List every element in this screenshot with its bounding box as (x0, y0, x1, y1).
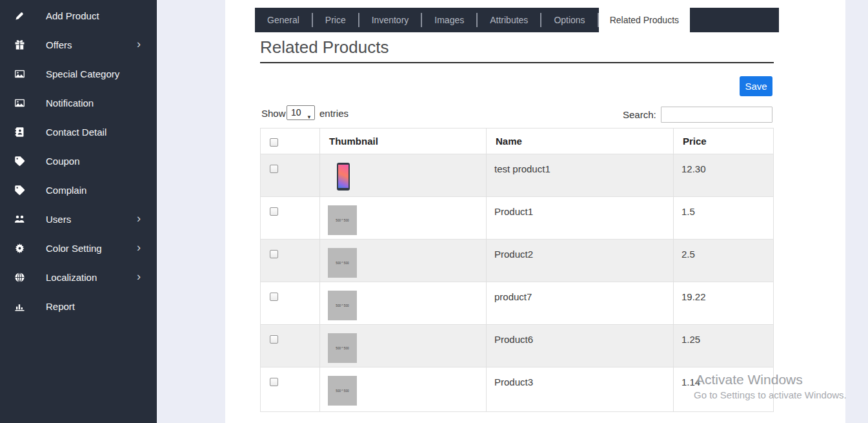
product-name: Product6 (487, 325, 674, 367)
table-row: 500 ^ 500Product61.25 (261, 325, 774, 367)
product-price: 12.30 (674, 154, 774, 197)
sidebar-item-add-product[interactable]: Add Product (0, 1, 157, 30)
chevron-down-icon: ▼ (307, 110, 312, 124)
product-image-placeholder: 500 ^ 500 (328, 205, 357, 235)
table-header-row: Thumbnail Name Price (261, 129, 774, 154)
product-image-phone (337, 163, 350, 191)
image-icon (14, 68, 25, 79)
tab-bar: GeneralPriceInventoryImagesAttributesOpt… (255, 8, 779, 32)
product-price: 1.25 (674, 325, 774, 367)
entries-select[interactable]: 10 ▼ (287, 105, 315, 120)
placeholder-text: 500 ^ 500 (336, 304, 348, 307)
search-label: Search: (623, 109, 656, 120)
product-name: Product1 (487, 197, 674, 240)
sidebar-item-label: Complain (46, 185, 86, 196)
sidebar-item-special-category[interactable]: Special Category (0, 59, 157, 88)
sidebar-item-users[interactable]: Users› (0, 205, 157, 234)
placeholder-text: 500 ^ 500 (336, 261, 348, 264)
tab-images[interactable]: Images (422, 8, 476, 32)
sidebar-item-label: Localization (46, 272, 97, 283)
sidebar-item-label: Add Product (46, 10, 99, 21)
tab-attributes[interactable]: Attributes (478, 8, 540, 32)
gear-icon (14, 243, 25, 254)
tab-options[interactable]: Options (541, 8, 597, 32)
table-row: 500 ^ 500Product11.5 (261, 197, 774, 240)
column-header-price: Price (674, 129, 774, 154)
product-price: 1.5 (674, 197, 774, 240)
row-checkbox[interactable] (270, 335, 278, 344)
table-row: test product112.30 (261, 154, 774, 197)
sidebar-item-offers[interactable]: Offers› (0, 30, 157, 59)
users-icon (14, 214, 25, 225)
sidebar-item-label: Coupon (46, 156, 80, 167)
row-checkbox[interactable] (270, 293, 278, 301)
sidebar-item-report[interactable]: Report (0, 292, 157, 321)
sidebar-item-label: Users (46, 214, 71, 225)
sidebar-menu: Add ProductOffers›Special CategoryNotifi… (0, 0, 157, 321)
tag-icon (14, 185, 25, 196)
product-image-placeholder: 500 ^ 500 (328, 248, 357, 278)
sidebar-item-complain[interactable]: Complain (0, 176, 157, 205)
chevron-right-icon: › (137, 212, 141, 224)
placeholder-text: 500 ^ 500 (336, 218, 348, 222)
sidebar: Add ProductOffers›Special CategoryNotifi… (0, 0, 157, 423)
product-image-placeholder: 500 ^ 500 (328, 376, 357, 406)
table-row: 500 ^ 500product719.22 (261, 282, 774, 325)
page-title: Related Products (260, 37, 389, 57)
placeholder-text: 500 ^ 500 (336, 346, 348, 349)
sidebar-item-localization[interactable]: Localization› (0, 263, 157, 292)
sidebar-item-coupon[interactable]: Coupon (0, 147, 157, 176)
product-name: Product3 (487, 367, 674, 412)
globe-icon (14, 272, 25, 283)
row-checkbox[interactable] (270, 165, 278, 173)
address-book-icon (14, 127, 25, 138)
sidebar-item-label: Color Setting (46, 243, 102, 254)
product-price: 2.5 (674, 240, 774, 282)
save-button[interactable]: Save (740, 76, 772, 96)
column-header-thumbnail: Thumbnail (320, 129, 487, 154)
tag-icon (14, 156, 25, 167)
sidebar-item-label: Special Category (46, 68, 119, 79)
search-input[interactable] (661, 107, 772, 123)
image-icon (14, 98, 25, 108)
activate-windows-watermark-subtext: Go to Settings to activate Windows. (694, 389, 847, 400)
sidebar-item-label: Contact Detail (46, 127, 106, 138)
sidebar-item-label: Report (46, 301, 75, 312)
activate-windows-watermark: Activate Windows (696, 372, 803, 387)
placeholder-text: 500 ^ 500 (336, 389, 348, 392)
sidebar-item-label: Notification (46, 98, 94, 108)
gift-icon (14, 39, 25, 50)
select-all-checkbox[interactable] (270, 138, 278, 147)
chevron-right-icon: › (137, 38, 141, 50)
related-products-table: Thumbnail Name Price test product112.305… (260, 128, 774, 412)
row-checkbox[interactable] (270, 250, 278, 258)
main-content: GeneralPriceInventoryImagesAttributesOpt… (225, 0, 845, 423)
product-name: product7 (487, 282, 674, 325)
row-checkbox[interactable] (270, 378, 278, 386)
show-label: Show (261, 108, 286, 119)
sidebar-item-notification[interactable]: Notification (0, 88, 157, 118)
entries-label: entries (319, 108, 348, 119)
chevron-right-icon: › (137, 271, 141, 282)
tab-inventory[interactable]: Inventory (359, 8, 421, 32)
tab-bar-filler (690, 8, 779, 32)
tab-related-products[interactable]: Related Products (599, 8, 690, 32)
product-price: 19.22 (674, 282, 774, 325)
entries-select-value: 10 (291, 107, 301, 118)
row-checkbox[interactable] (270, 207, 278, 216)
sidebar-item-color-setting[interactable]: Color Setting› (0, 234, 157, 263)
title-divider (260, 62, 774, 63)
tab-general[interactable]: General (255, 8, 312, 32)
pen-icon (14, 10, 25, 21)
sidebar-item-label: Offers (46, 39, 72, 50)
product-name: test product1 (487, 154, 674, 197)
column-header-name: Name (487, 129, 674, 154)
bar-chart-icon (14, 301, 25, 312)
phone-screen (338, 165, 348, 188)
product-name: Product2 (487, 240, 674, 282)
product-image-placeholder: 500 ^ 500 (328, 333, 357, 363)
chevron-right-icon: › (137, 242, 141, 253)
table-row: 500 ^ 500Product22.5 (261, 240, 774, 282)
sidebar-item-contact-detail[interactable]: Contact Detail (0, 118, 157, 147)
tab-price[interactable]: Price (313, 8, 358, 32)
